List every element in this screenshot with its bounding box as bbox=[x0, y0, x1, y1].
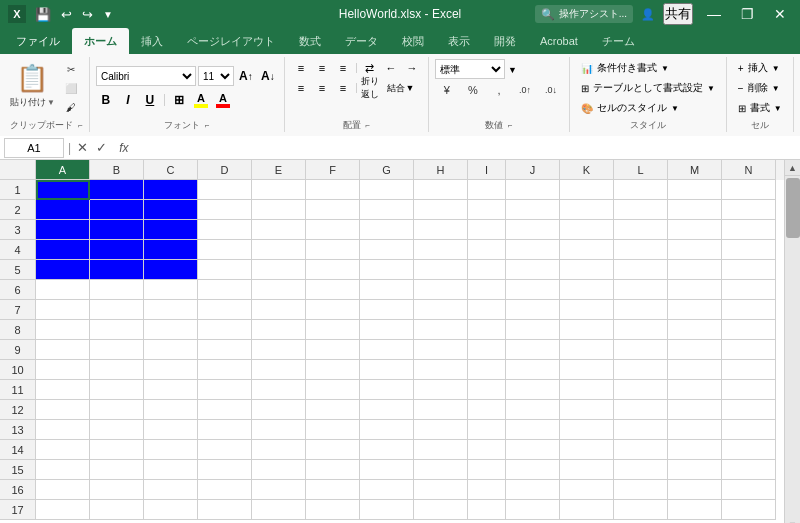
cell-C9[interactable] bbox=[144, 340, 198, 360]
cell-M11[interactable] bbox=[668, 380, 722, 400]
row-header-9[interactable]: 9 bbox=[0, 340, 36, 360]
search-box[interactable]: 🔍 操作アシスト... bbox=[535, 5, 633, 23]
cell-B5[interactable] bbox=[90, 260, 144, 280]
cell-I13[interactable] bbox=[468, 420, 506, 440]
cell-M9[interactable] bbox=[668, 340, 722, 360]
col-header-L[interactable]: L bbox=[614, 160, 668, 180]
percent-button[interactable]: % bbox=[461, 81, 485, 99]
font-expand-icon[interactable]: ⌐ bbox=[205, 121, 210, 130]
font-size-select[interactable]: 11 bbox=[198, 66, 234, 86]
cell-L10[interactable] bbox=[614, 360, 668, 380]
cell-E15[interactable] bbox=[252, 460, 306, 480]
border-button[interactable]: ⊞ bbox=[169, 90, 189, 110]
cell-L17[interactable] bbox=[614, 500, 668, 520]
col-header-J[interactable]: J bbox=[506, 160, 560, 180]
cell-E10[interactable] bbox=[252, 360, 306, 380]
cell-H2[interactable] bbox=[414, 200, 468, 220]
cell-H7[interactable] bbox=[414, 300, 468, 320]
row-header-15[interactable]: 15 bbox=[0, 460, 36, 480]
cell-K1[interactable] bbox=[560, 180, 614, 200]
cell-I4[interactable] bbox=[468, 240, 506, 260]
cell-N4[interactable] bbox=[722, 240, 776, 260]
cell-F7[interactable] bbox=[306, 300, 360, 320]
cell-A15[interactable] bbox=[36, 460, 90, 480]
cell-I1[interactable] bbox=[468, 180, 506, 200]
cell-L1[interactable] bbox=[614, 180, 668, 200]
cell-C1[interactable] bbox=[144, 180, 198, 200]
cell-F16[interactable] bbox=[306, 480, 360, 500]
cell-A17[interactable] bbox=[36, 500, 90, 520]
cell-G8[interactable] bbox=[360, 320, 414, 340]
close-button[interactable]: ✕ bbox=[768, 4, 792, 24]
cell-B15[interactable] bbox=[90, 460, 144, 480]
col-header-E[interactable]: E bbox=[252, 160, 306, 180]
table-format-button[interactable]: ⊞ テーブルとして書式設定 ▼ bbox=[576, 79, 720, 97]
cell-I9[interactable] bbox=[468, 340, 506, 360]
col-header-C[interactable]: C bbox=[144, 160, 198, 180]
alignment-expand-icon[interactable]: ⌐ bbox=[365, 121, 370, 130]
cell-M10[interactable] bbox=[668, 360, 722, 380]
cell-J12[interactable] bbox=[506, 400, 560, 420]
cell-A16[interactable] bbox=[36, 480, 90, 500]
clipboard-expand-icon[interactable]: ⌐ bbox=[78, 121, 83, 130]
col-header-F[interactable]: F bbox=[306, 160, 360, 180]
cell-C12[interactable] bbox=[144, 400, 198, 420]
cell-B14[interactable] bbox=[90, 440, 144, 460]
cell-G5[interactable] bbox=[360, 260, 414, 280]
cell-H10[interactable] bbox=[414, 360, 468, 380]
tab-data[interactable]: データ bbox=[333, 28, 390, 54]
cell-A4[interactable] bbox=[36, 240, 90, 260]
cell-K13[interactable] bbox=[560, 420, 614, 440]
cell-C10[interactable] bbox=[144, 360, 198, 380]
cell-C3[interactable] bbox=[144, 220, 198, 240]
cell-F3[interactable] bbox=[306, 220, 360, 240]
cell-N10[interactable] bbox=[722, 360, 776, 380]
cell-M14[interactable] bbox=[668, 440, 722, 460]
row-header-4[interactable]: 4 bbox=[0, 240, 36, 260]
tab-formulas[interactable]: 数式 bbox=[287, 28, 333, 54]
cell-D9[interactable] bbox=[198, 340, 252, 360]
cell-D14[interactable] bbox=[198, 440, 252, 460]
cell-B17[interactable] bbox=[90, 500, 144, 520]
cell-H1[interactable] bbox=[414, 180, 468, 200]
cell-M12[interactable] bbox=[668, 400, 722, 420]
vscroll-down-arrow[interactable]: ▼ bbox=[785, 517, 801, 523]
number-format-select[interactable]: 標準 bbox=[435, 59, 505, 79]
cell-H9[interactable] bbox=[414, 340, 468, 360]
cell-J17[interactable] bbox=[506, 500, 560, 520]
cell-M17[interactable] bbox=[668, 500, 722, 520]
cell-E16[interactable] bbox=[252, 480, 306, 500]
cell-L7[interactable] bbox=[614, 300, 668, 320]
tab-developer[interactable]: 開発 bbox=[482, 28, 528, 54]
row-header-1[interactable]: 1 bbox=[0, 180, 36, 200]
align-right-button[interactable]: ≡ bbox=[333, 79, 353, 97]
cell-F4[interactable] bbox=[306, 240, 360, 260]
cell-I2[interactable] bbox=[468, 200, 506, 220]
user-area[interactable]: 👤 bbox=[641, 8, 655, 21]
minimize-button[interactable]: — bbox=[701, 4, 727, 24]
cell-M3[interactable] bbox=[668, 220, 722, 240]
cell-K5[interactable] bbox=[560, 260, 614, 280]
cell-N11[interactable] bbox=[722, 380, 776, 400]
cell-C14[interactable] bbox=[144, 440, 198, 460]
cell-J11[interactable] bbox=[506, 380, 560, 400]
decrease-decimal-button[interactable]: .0↓ bbox=[539, 81, 563, 99]
cell-M6[interactable] bbox=[668, 280, 722, 300]
vertical-scrollbar[interactable]: ▲ ▼ bbox=[784, 160, 800, 523]
cell-J8[interactable] bbox=[506, 320, 560, 340]
cut-button[interactable]: ✂ bbox=[59, 60, 83, 78]
tab-acrobat[interactable]: Acrobat bbox=[528, 28, 590, 54]
row-header-11[interactable]: 11 bbox=[0, 380, 36, 400]
cell-K9[interactable] bbox=[560, 340, 614, 360]
cell-H5[interactable] bbox=[414, 260, 468, 280]
col-header-A[interactable]: A bbox=[36, 160, 90, 180]
number-expand-icon[interactable]: ⌐ bbox=[508, 121, 513, 130]
cell-B12[interactable] bbox=[90, 400, 144, 420]
cell-K11[interactable] bbox=[560, 380, 614, 400]
cell-reference-input[interactable] bbox=[4, 138, 64, 158]
row-header-14[interactable]: 14 bbox=[0, 440, 36, 460]
format-cell-button[interactable]: ⊞ 書式 ▼ bbox=[733, 99, 787, 117]
cell-H13[interactable] bbox=[414, 420, 468, 440]
cell-N2[interactable] bbox=[722, 200, 776, 220]
cell-H11[interactable] bbox=[414, 380, 468, 400]
